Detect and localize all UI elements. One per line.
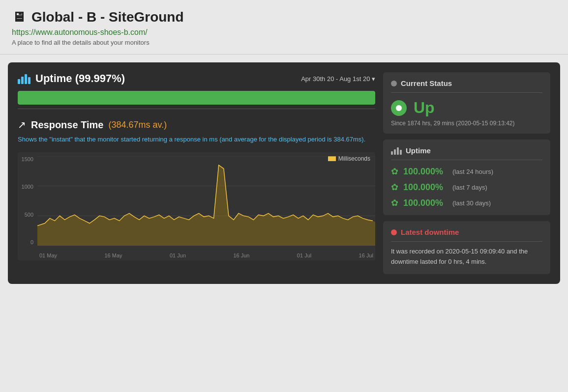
chart-x-axis: 01 May 16 May 01 Jun 16 Jun 01 Jul 16 Ju… bbox=[37, 252, 375, 258]
uptime-star-2: ✿ bbox=[391, 182, 398, 193]
response-time-header: ↗ Response Time (384.67ms av.) bbox=[18, 119, 375, 131]
current-status-card: Current Status Up Since 1874 hrs, 29 min… bbox=[383, 72, 550, 134]
chart-y-axis: 1500 1000 500 0 bbox=[18, 156, 35, 246]
uptime-title: Uptime (99.997%) bbox=[18, 72, 125, 85]
response-time-chart: Milliseconds 1500 1000 500 0 bbox=[18, 152, 375, 260]
uptime-card: Uptime ✿ 100.000% (last 24 hours) ✿ 100.… bbox=[383, 140, 550, 215]
monitor-icon: 🖥 bbox=[12, 9, 26, 25]
left-panel: Uptime (99.997%) Apr 30th 20 - Aug 1st 2… bbox=[18, 72, 375, 274]
response-time-avg: (384.67ms av.) bbox=[108, 120, 167, 130]
uptime-stat-row-2: ✿ 100.000% (last 7 days) bbox=[391, 182, 542, 193]
uptime-star-3: ✿ bbox=[391, 197, 398, 208]
y-label-0: 0 bbox=[18, 239, 33, 245]
uptime-pct-3: 100.000% bbox=[403, 198, 448, 208]
status-since-text: Since 1874 hrs, 29 mins (2020-05-15 09:1… bbox=[391, 120, 542, 127]
x-label-01jul: 01 Jul bbox=[297, 252, 311, 258]
status-circle-large bbox=[391, 100, 407, 116]
uptime-right-header: Uptime bbox=[391, 146, 542, 160]
uptime-star-1: ✿ bbox=[391, 166, 398, 177]
x-label-16jul: 16 Jul bbox=[359, 252, 373, 258]
downtime-text: It was recorded on 2020-05-15 09:09:40 a… bbox=[391, 247, 542, 267]
uptime-stat-row-3: ✿ 100.000% (last 30 days) bbox=[391, 197, 542, 208]
bar-chart-icon bbox=[18, 73, 30, 84]
svg-marker-4 bbox=[37, 165, 375, 246]
page-header: 🖥 Global - B - SiteGround https://www.au… bbox=[0, 0, 568, 55]
status-header-dot bbox=[391, 81, 397, 86]
downtime-label: Latest downtime bbox=[401, 228, 459, 236]
page-title: 🖥 Global - B - SiteGround bbox=[12, 9, 556, 25]
x-label-16jun: 16 Jun bbox=[233, 252, 249, 258]
chart-inner bbox=[37, 156, 375, 246]
x-label-01may: 01 May bbox=[39, 252, 57, 258]
uptime-period-2: (last 7 days) bbox=[452, 184, 487, 191]
uptime-period-3: (last 30 days) bbox=[452, 199, 491, 207]
site-url-link[interactable]: https://www.autonomous-shoes-b.com/ bbox=[12, 28, 556, 37]
status-circle-inner bbox=[396, 105, 402, 111]
status-up-row: Up bbox=[391, 99, 542, 117]
uptime-right-label: Uptime bbox=[406, 146, 431, 155]
downtime-dot bbox=[391, 229, 397, 235]
current-status-label: Current Status bbox=[401, 79, 452, 87]
response-time-title: Response Time bbox=[31, 119, 103, 131]
uptime-bar-fill bbox=[18, 91, 375, 105]
chart-svg bbox=[37, 156, 375, 246]
y-label-1500: 1500 bbox=[18, 156, 33, 162]
x-label-16may: 16 May bbox=[104, 252, 122, 258]
page-title-text: Global - B - SiteGround bbox=[31, 9, 184, 25]
uptime-pct-1: 100.000% bbox=[403, 167, 448, 177]
uptime-stat-row-1: ✿ 100.000% (last 24 hours) bbox=[391, 166, 542, 177]
x-label-01jun: 01 Jun bbox=[170, 252, 186, 258]
y-label-1000: 1000 bbox=[18, 184, 33, 190]
latest-downtime-card: Latest downtime It was recorded on 2020-… bbox=[383, 221, 550, 274]
dashboard: Uptime (99.997%) Apr 30th 20 - Aug 1st 2… bbox=[8, 62, 560, 284]
uptime-pct-2: 100.000% bbox=[403, 182, 448, 193]
right-panel: Current Status Up Since 1874 hrs, 29 min… bbox=[383, 72, 550, 274]
y-label-500: 500 bbox=[18, 212, 33, 218]
current-status-header: Current Status bbox=[391, 79, 542, 93]
header-subtitle: A place to find all the details about yo… bbox=[12, 39, 556, 46]
uptime-bar bbox=[18, 91, 375, 105]
uptime-bar-icon bbox=[391, 147, 402, 155]
status-up-text: Up bbox=[414, 99, 435, 117]
response-time-icon: ↗ bbox=[18, 119, 26, 131]
uptime-section-header: Uptime (99.997%) Apr 30th 20 - Aug 1st 2… bbox=[18, 72, 375, 85]
uptime-label: Uptime (99.997%) bbox=[35, 72, 125, 85]
uptime-period-1: (last 24 hours) bbox=[452, 168, 493, 175]
divider bbox=[18, 109, 375, 109]
downtime-header: Latest downtime bbox=[391, 228, 542, 242]
response-time-description: Shows the "instant" that the monitor sta… bbox=[18, 135, 375, 144]
date-range-selector[interactable]: Apr 30th 20 - Aug 1st 20 bbox=[301, 75, 375, 83]
